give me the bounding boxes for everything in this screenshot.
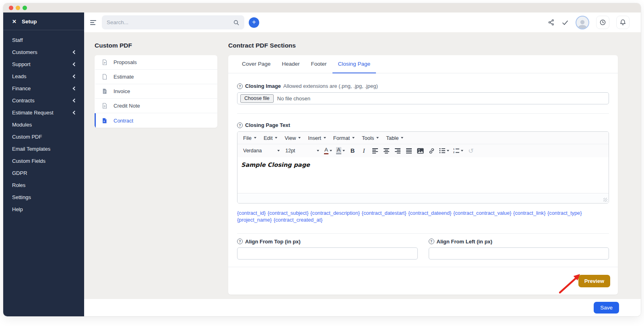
sidebar-item-support[interactable]: Support	[3, 58, 84, 70]
section-divider	[237, 113, 609, 114]
add-button[interactable]: +	[249, 17, 259, 28]
align-center-button[interactable]	[381, 145, 392, 156]
menu-edit[interactable]: Edit	[260, 133, 281, 143]
list-item-proposals[interactable]: P Proposals	[95, 55, 217, 70]
menu-insert[interactable]: Insert	[305, 133, 329, 143]
sidebar-item-gdpr[interactable]: GDPR	[3, 167, 84, 179]
help-icon: ?	[429, 239, 434, 244]
insert-link-button[interactable]	[426, 145, 437, 156]
section-divider	[237, 233, 609, 234]
menu-view[interactable]: View	[281, 133, 304, 143]
closing-image-file-input[interactable]: Choose file No file chosen	[237, 92, 609, 104]
numbered-list-button[interactable]: 12	[452, 145, 465, 156]
bullet-list-button[interactable]	[438, 145, 451, 156]
history-clock-button[interactable]	[596, 16, 609, 29]
sidebar-header: ✕ Setup	[3, 12, 84, 30]
background-color-button[interactable]: A	[334, 145, 347, 156]
svg-text:P: P	[104, 61, 105, 64]
sidebar-item-custom-pdf[interactable]: Custom PDF	[3, 131, 84, 143]
chevron-left-icon	[73, 50, 77, 54]
setup-sidebar: ✕ Setup Staff Customers Support Leads Fi…	[3, 12, 84, 316]
sidebar-item-custom-fields[interactable]: Custom Fields	[3, 155, 84, 167]
merge-fields-help: {contract_id} {contract_subject} {contra…	[237, 210, 609, 224]
tab-header[interactable]: Header	[276, 55, 305, 73]
notifications-button[interactable]	[616, 16, 630, 29]
save-button[interactable]: Save	[594, 302, 619, 314]
font-size-select[interactable]: 12pt	[283, 146, 322, 155]
chevron-left-icon	[73, 86, 77, 90]
align-top-label: ? Align From Top (in px)	[237, 239, 418, 245]
align-right-button[interactable]	[392, 145, 403, 156]
file-lines-outline-icon	[101, 103, 107, 109]
italic-button[interactable]: I	[359, 145, 369, 156]
file-p-icon: P	[101, 59, 107, 65]
chevron-left-icon	[73, 74, 77, 78]
bell-icon	[619, 19, 626, 26]
align-from-left-input[interactable]	[429, 247, 609, 260]
align-left-button[interactable]	[370, 145, 380, 156]
preview-button[interactable]: Preview	[578, 275, 610, 287]
bold-button[interactable]: B	[347, 145, 358, 156]
file-chosen-status: No file chosen	[277, 96, 310, 102]
menu-format[interactable]: Format	[330, 133, 358, 143]
chevron-left-icon	[73, 62, 77, 66]
svg-text:1: 1	[453, 148, 454, 150]
font-family-select[interactable]: Verdana	[241, 146, 282, 155]
tab-footer[interactable]: Footer	[305, 55, 332, 73]
menu-toggle-icon[interactable]	[90, 19, 97, 27]
resize-handle[interactable]	[603, 198, 607, 202]
menu-tools[interactable]: Tools	[359, 133, 382, 143]
sidebar-item-contracts[interactable]: Contracts	[3, 94, 84, 106]
justify-button[interactable]	[404, 145, 414, 156]
sidebar-item-email-templates[interactable]: Email Templates	[3, 143, 84, 155]
pdf-file-icon: A	[101, 118, 107, 124]
sidebar-item-estimate-request[interactable]: Estimate Request	[3, 106, 84, 118]
tabbar: Cover Page Header Footer Closing Page	[228, 55, 618, 73]
sidebar-item-roles[interactable]: Roles	[3, 179, 84, 191]
avatar[interactable]	[576, 16, 589, 29]
search-input[interactable]	[107, 19, 230, 25]
text-color-button[interactable]: A	[322, 145, 334, 156]
search-icon[interactable]	[233, 19, 239, 26]
closing-page-text-label: ? Closing Page Text	[237, 122, 609, 128]
help-icon: ?	[237, 239, 243, 244]
sidebar-item-help[interactable]: Help	[3, 203, 84, 215]
tab-cover-page[interactable]: Cover Page	[236, 55, 276, 73]
list-item-credit-note[interactable]: Credit Note	[95, 99, 217, 113]
list-item-invoice[interactable]: Invoice	[95, 84, 217, 99]
file-icon	[101, 74, 107, 80]
window-titlebar	[3, 3, 641, 12]
list-item-estimate[interactable]: Estimate	[95, 70, 217, 84]
align-from-top-input[interactable]	[237, 247, 418, 260]
close-icon[interactable]: ✕	[12, 19, 17, 24]
share-icon[interactable]	[548, 19, 555, 26]
zoom-window-button[interactable]	[23, 6, 27, 10]
app-window: ✕ Setup Staff Customers Support Leads Fi…	[3, 3, 641, 316]
sidebar-item-staff[interactable]: Staff	[3, 34, 84, 46]
insert-image-button[interactable]	[415, 145, 425, 156]
svg-text:A: A	[103, 120, 105, 123]
list-item-contract[interactable]: A Contract	[95, 113, 217, 128]
svg-text:2: 2	[453, 151, 454, 154]
sidebar-item-modules[interactable]: Modules	[3, 118, 84, 131]
sidebar-item-finance[interactable]: Finance	[3, 82, 84, 94]
sidebar-divider	[3, 30, 84, 30]
help-icon: ?	[237, 83, 243, 89]
align-left-label: ? Align From Left (in px)	[429, 239, 609, 245]
restore-draft-icon: ↺	[466, 145, 476, 156]
choose-file-button[interactable]: Choose file	[240, 94, 274, 103]
closing-image-label: ? Closing Image Allowed extensions are (…	[237, 83, 609, 89]
close-window-button[interactable]	[9, 6, 13, 10]
sidebar-item-leads[interactable]: Leads	[3, 70, 84, 82]
sidebar-item-customers[interactable]: Customers	[3, 46, 84, 58]
minimize-window-button[interactable]	[16, 6, 20, 10]
screen: ✕ Setup Staff Customers Support Leads Fi…	[0, 0, 644, 326]
search-box	[102, 15, 244, 29]
help-icon: ?	[237, 123, 243, 128]
editor-content[interactable]: Sample Closing page	[237, 157, 609, 193]
sidebar-item-settings[interactable]: Settings	[3, 191, 84, 203]
menu-table[interactable]: Table	[383, 133, 407, 143]
check-icon[interactable]	[561, 19, 569, 26]
menu-file[interactable]: File	[240, 133, 260, 143]
tab-closing-page[interactable]: Closing Page	[332, 55, 376, 73]
